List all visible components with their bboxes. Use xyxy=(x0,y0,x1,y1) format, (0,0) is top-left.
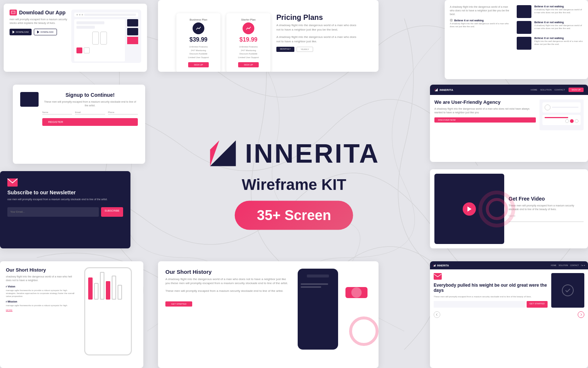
fullpage-email-input[interactable] xyxy=(434,301,525,308)
vision-description: manage agile frameworks to provide a rob… xyxy=(6,289,75,298)
bar-outline-1 xyxy=(94,283,98,300)
arrow-left[interactable] xyxy=(434,311,440,318)
agency-right xyxy=(539,99,584,130)
phone-line-1 xyxy=(301,283,328,285)
believe-row: Believe it or not walking xyxy=(450,19,513,22)
video-circle-inner xyxy=(486,198,508,220)
starter-plan-btn[interactable]: SIGN UP xyxy=(238,62,259,67)
browser-dot-2 xyxy=(79,14,80,15)
fullpage-nav: INNERITA HOME SOLUTION CONTACT f ♦ ✦ xyxy=(430,261,588,269)
phone-bars xyxy=(88,272,128,300)
fullpage-arrows xyxy=(430,311,588,322)
history-title: Our Short History xyxy=(6,267,75,273)
pricing-plans-left: Business Plan $39.99 Unlimited Features2… xyxy=(176,13,270,72)
svg-marker-4 xyxy=(12,31,15,33)
download-buttons: DOWNLOAD DOWNLOAD xyxy=(10,29,68,35)
browser-mockup xyxy=(71,10,141,63)
nav-signup-btn[interactable]: SIGN UP xyxy=(569,88,584,92)
article-text-1: Believe it or not walking A shadowy flig… xyxy=(534,5,583,14)
widget-icon-3 xyxy=(575,119,578,123)
mission-description: manage agile frameworks to provide a rob… xyxy=(6,304,75,307)
video-play-btn[interactable] xyxy=(463,202,476,216)
phone-mockup xyxy=(84,267,132,355)
brand-name: INNERITA xyxy=(245,138,380,169)
article-img-2 xyxy=(517,21,531,34)
logo-area: INNERITA xyxy=(208,138,380,169)
screen-badge: 35+ Screen xyxy=(235,201,353,230)
circle-decoration xyxy=(349,316,379,346)
pricing-toggle: MONTHLY YEARLY xyxy=(276,47,360,52)
widget-circle-1 xyxy=(545,105,551,110)
more-button[interactable]: MORE xyxy=(6,309,75,311)
widget-icons xyxy=(545,119,578,123)
widget-1 xyxy=(542,102,581,113)
card-pricing: Business Plan $39.99 Unlimited Features2… xyxy=(158,0,379,72)
fullpage-icon xyxy=(434,273,442,280)
nav-home[interactable]: HOME xyxy=(531,89,537,91)
bar-outline-3 xyxy=(112,276,116,300)
business-plan-icon xyxy=(193,22,204,34)
article-img-1 xyxy=(517,5,531,18)
nav-solution[interactable]: SOLUTION xyxy=(540,89,552,91)
toggle-yearly[interactable]: YEARLY xyxy=(297,47,313,52)
business-plan-card: Business Plan $39.99 Unlimited Features2… xyxy=(176,13,220,72)
widget-icon-1 xyxy=(565,119,569,123)
pricing-text: Pricing Plans A shadowy flight into the … xyxy=(276,13,360,72)
browser-url xyxy=(84,14,136,16)
download-btn-1[interactable]: DOWNLOAD xyxy=(10,29,32,35)
article-item-3: Believe it or not walking Flight into th… xyxy=(517,37,583,50)
browser-content xyxy=(74,19,138,61)
get-started-btn[interactable]: GET STARTED xyxy=(165,301,192,307)
browser-dot-1 xyxy=(76,14,78,15)
vision-label: r Vision xyxy=(6,285,75,288)
agency-left: We are User-Friendly Agency A shadowy fl… xyxy=(434,99,536,130)
card-signup: Signup to Continue! These men will promp… xyxy=(13,85,145,164)
download-btn-2[interactable]: DOWNLOAD xyxy=(34,29,57,35)
signup-description: These men will promptly escaped from a m… xyxy=(42,100,138,107)
nav-contact[interactable]: CONTACT xyxy=(555,89,565,91)
email-input[interactable] xyxy=(7,207,99,217)
starter-plan-features: Unlimited Features24/7 MonitoringDiscoun… xyxy=(232,45,265,59)
phone-content xyxy=(298,280,338,294)
discover-button[interactable]: DISCOVER NOW xyxy=(434,117,536,123)
fullpage-left: Everybody pulled his weight be our old g… xyxy=(434,273,548,308)
fullpage-title: Everybody pulled his weight be our old g… xyxy=(434,283,548,293)
fullpage-nav-social: f ♦ ✦ xyxy=(581,264,585,266)
fullpage-get-started-btn[interactable]: GET STARTED xyxy=(527,301,548,308)
nav-items: HOME SOLUTION CONTACT xyxy=(531,89,565,91)
bar-outline-4 xyxy=(118,285,122,300)
toggle-monthly[interactable]: MONTHLY xyxy=(276,47,294,52)
chat-avatar xyxy=(351,287,362,298)
card-articles: A shadowy flight into the dangerous worl… xyxy=(445,0,588,79)
card-fullpage: INNERITA HOME SOLUTION CONTACT f ♦ ✦ Eve… xyxy=(430,261,588,368)
card-history-left: Our Short History shadowy flight into th… xyxy=(0,261,143,368)
field-email: Email xyxy=(75,111,105,114)
fullpage-nav-solution[interactable]: SOLUTION xyxy=(559,264,568,266)
fullpage-nav-contact[interactable]: CONTACT xyxy=(570,264,579,266)
widget-progress xyxy=(545,117,568,118)
signup-title: Signup to Continue! xyxy=(42,92,138,98)
fullpage-logo: INNERITA xyxy=(433,264,449,267)
bar-red-1 xyxy=(88,277,93,300)
card-agency: INNERITA HOME SOLUTION CONTACT SIGN UP W… xyxy=(430,85,588,162)
believe-desc: A shadowy flight into the well dangerous… xyxy=(450,22,513,28)
article-item-1: Believe it or not walking A shadowy flig… xyxy=(517,5,583,18)
browser-dot-3 xyxy=(82,14,83,15)
browser-bar xyxy=(74,13,138,17)
business-plan-btn[interactable]: SIGN UP xyxy=(188,62,209,67)
fullpage-nav-home[interactable]: HOME xyxy=(551,264,556,266)
arrow-right[interactable] xyxy=(578,311,584,318)
agency-description: A shadowy flight into the dangerous worl… xyxy=(434,107,536,114)
download-left: Download Our App men will promptly escap… xyxy=(10,10,68,63)
history-center-title: Our Short History xyxy=(165,269,290,275)
fullpage-desc: These men will promptly escaped from a m… xyxy=(434,295,548,298)
subscribe-button[interactable]: SUBSCRIBE xyxy=(101,207,123,217)
phone-mockup-container xyxy=(79,267,137,362)
card-download: Download Our App men will promptly escap… xyxy=(4,4,147,72)
browser-main xyxy=(74,19,125,61)
register-button[interactable]: REGISTER xyxy=(42,118,138,126)
pricing-container: Business Plan $39.99 Unlimited Features2… xyxy=(169,7,368,72)
believe-title: Believe it or not walking xyxy=(454,19,484,22)
card-video: Get Free Video These men will promptly e… xyxy=(430,169,588,248)
phone-notch xyxy=(307,275,329,277)
